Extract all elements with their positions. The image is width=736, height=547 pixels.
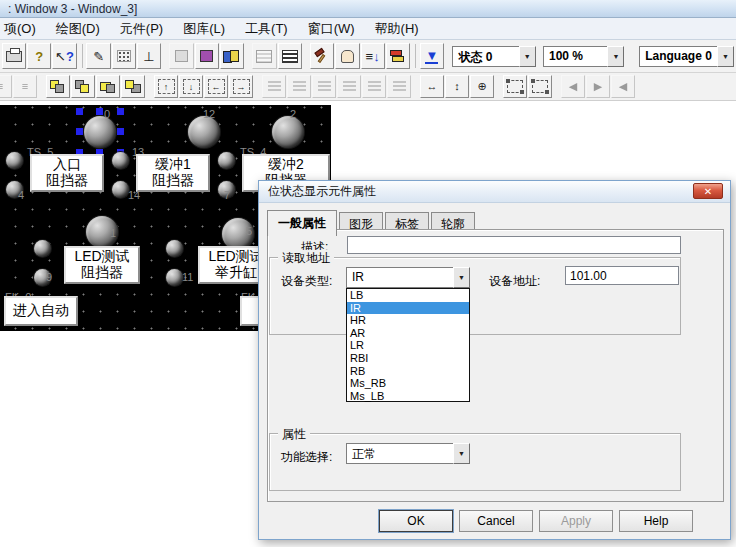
- nudge-down-button[interactable]: ↓: [179, 75, 203, 98]
- menu-draw[interactable]: 绘图(D): [46, 18, 110, 40]
- chevron-down-icon[interactable]: ▼: [607, 46, 624, 67]
- group-button[interactable]: [503, 75, 527, 98]
- nudge-left-button[interactable]: ←: [204, 75, 228, 98]
- tab-general[interactable]: 一般属性: [267, 210, 337, 236]
- text-align-button-1[interactable]: ≡: [0, 75, 12, 98]
- same-size-button[interactable]: ⊕: [470, 75, 494, 98]
- ungroup-button[interactable]: [528, 75, 552, 98]
- option-rb[interactable]: RB: [347, 365, 469, 378]
- import-library-button[interactable]: [169, 43, 193, 69]
- option-ir[interactable]: IR: [347, 302, 469, 315]
- function-select-dropdown[interactable]: 正常 ▼: [346, 443, 470, 464]
- menu-options[interactable]: 项(O): [0, 18, 46, 40]
- call-library-button[interactable]: [195, 43, 219, 69]
- selection-handles[interactable]: [76, 108, 124, 156]
- library-manager-button[interactable]: [220, 43, 244, 69]
- option-rbi[interactable]: RBI: [347, 352, 469, 365]
- chevron-down-icon[interactable]: ▼: [453, 443, 470, 464]
- led-indicator[interactable]: [34, 240, 51, 257]
- device-address-input[interactable]: [565, 266, 679, 285]
- menu-help[interactable]: 帮助(H): [365, 18, 429, 40]
- application-window: : Window 3 - Window_3] 项(O) 绘图(D) 元件(P) …: [0, 0, 736, 547]
- led-indicator[interactable]: [166, 269, 183, 286]
- led-indicator[interactable]: [6, 152, 23, 169]
- chevron-down-icon[interactable]: ▼: [453, 267, 470, 288]
- text-align-button-2[interactable]: ≡: [13, 75, 37, 98]
- led-indicator[interactable]: [166, 240, 183, 257]
- edit-pencil-button[interactable]: ✎: [86, 43, 110, 69]
- menu-parts[interactable]: 元件(P): [110, 18, 173, 40]
- nudge-up-button[interactable]: ↑: [154, 75, 178, 98]
- apply-button[interactable]: Apply: [539, 510, 613, 532]
- led-lamp[interactable]: [188, 116, 220, 148]
- option-ms-rb[interactable]: Ms_RB: [347, 377, 469, 390]
- download-button[interactable]: ▼: [420, 43, 444, 69]
- flip-horizontal-button[interactable]: ◀: [561, 75, 585, 98]
- dialog-titlebar[interactable]: 位状态显示元件属性: [259, 181, 730, 203]
- hmi-button-ledtest-blocker[interactable]: LED测试 阻挡器: [64, 246, 140, 284]
- flip-vertical-button[interactable]: ▶: [586, 75, 610, 98]
- print-button[interactable]: [2, 43, 26, 69]
- context-help-button[interactable]: ↖?: [52, 43, 76, 69]
- device-type-dropdown[interactable]: IR ▼: [346, 267, 470, 288]
- menu-window[interactable]: 窗口(W): [298, 18, 365, 40]
- ok-button[interactable]: OK: [379, 510, 453, 532]
- menu-library[interactable]: 图库(L): [173, 18, 235, 40]
- snap-toggle-button[interactable]: ⊥: [137, 43, 161, 69]
- bring-forward-button[interactable]: [96, 75, 120, 98]
- chevron-down-icon[interactable]: ▼: [717, 46, 734, 67]
- system-parameters-button[interactable]: [386, 43, 410, 69]
- led-lamp[interactable]: [272, 116, 304, 148]
- align-left-button[interactable]: [262, 75, 286, 98]
- led-indicator[interactable]: [112, 181, 129, 198]
- same-height-button[interactable]: ↕: [445, 75, 469, 98]
- send-backward-button[interactable]: [121, 75, 145, 98]
- rotate-button[interactable]: ◀: [611, 75, 635, 98]
- same-width-button[interactable]: ↔: [420, 75, 444, 98]
- send-to-back-button[interactable]: [71, 75, 95, 98]
- hmi-button-entry-blocker[interactable]: 入口 阻挡器: [30, 154, 104, 192]
- resize-handle[interactable]: [76, 108, 83, 115]
- align-bottom-button[interactable]: [337, 75, 361, 98]
- bring-to-front-button[interactable]: [46, 75, 70, 98]
- align-right-button[interactable]: [312, 75, 336, 98]
- resize-handle[interactable]: [96, 108, 103, 115]
- height-icon: ↕: [454, 81, 460, 92]
- window-list-button[interactable]: [278, 43, 302, 69]
- download-icon: ▼: [425, 49, 438, 64]
- window-tree-button[interactable]: [252, 43, 276, 69]
- titlebar[interactable]: : Window 3 - Window_3]: [0, 0, 736, 18]
- nudge-right-button[interactable]: →: [229, 75, 253, 98]
- button-label-line2: 阻挡器: [152, 173, 194, 189]
- system-parameters-icon: [390, 50, 405, 63]
- help-button[interactable]: ?: [27, 43, 51, 69]
- dialog-close-button[interactable]: ✕: [693, 183, 723, 199]
- option-ms-lb[interactable]: Ms_LB: [347, 390, 469, 403]
- option-hr[interactable]: HR: [347, 314, 469, 327]
- resize-handle[interactable]: [76, 128, 83, 135]
- state-dropdown[interactable]: 状态 0 ▼: [452, 46, 535, 67]
- option-lb[interactable]: LB: [347, 289, 469, 302]
- hmi-button-enter-auto[interactable]: 进入自动: [4, 296, 78, 326]
- zoom-dropdown[interactable]: 100 % ▼: [543, 46, 624, 67]
- language-dropdown[interactable]: Language 0 ▼: [639, 46, 734, 67]
- menu-tools[interactable]: 工具(T): [235, 18, 298, 40]
- chevron-down-icon[interactable]: ▼: [519, 46, 536, 67]
- align-center-h-button[interactable]: [362, 75, 386, 98]
- align-top-button[interactable]: [287, 75, 311, 98]
- cancel-button[interactable]: Cancel: [459, 510, 533, 532]
- simulate-button[interactable]: [335, 43, 359, 69]
- description-input[interactable]: [347, 236, 681, 254]
- option-ar[interactable]: AR: [347, 327, 469, 340]
- help-button-dialog[interactable]: Help: [619, 510, 693, 532]
- resize-handle[interactable]: [117, 128, 124, 135]
- resize-handle[interactable]: [117, 108, 124, 115]
- sort-order-button[interactable]: ≡↓: [361, 43, 385, 69]
- led-indicator[interactable]: [112, 152, 129, 169]
- hmi-button-buffer1-blocker[interactable]: 缓冲1 阻挡器: [136, 154, 210, 192]
- led-indicator[interactable]: [218, 152, 235, 169]
- grid-toggle-button[interactable]: [112, 43, 136, 69]
- option-lr[interactable]: LR: [347, 339, 469, 352]
- compile-button[interactable]: [310, 43, 334, 69]
- align-center-v-button[interactable]: [387, 75, 411, 98]
